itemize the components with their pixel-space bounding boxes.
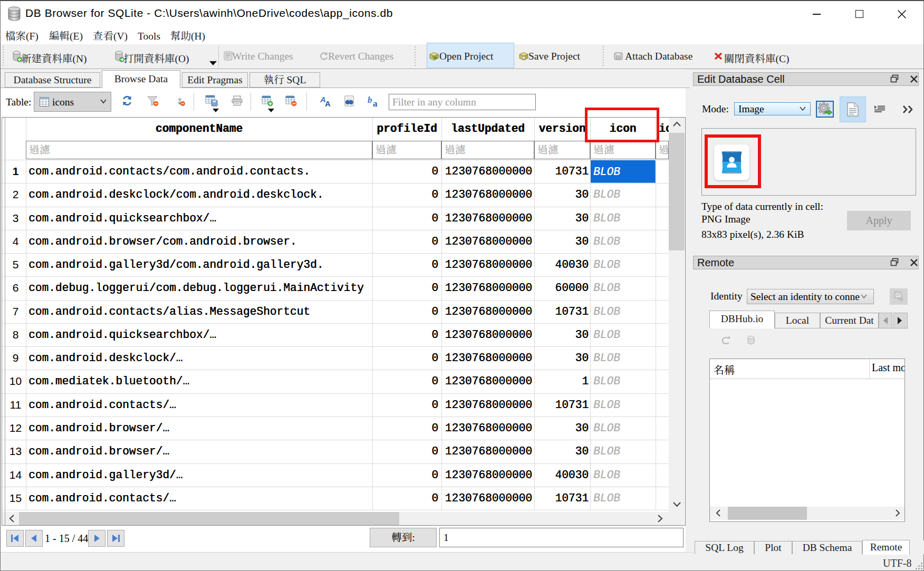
svg-text:A: A [325, 99, 331, 108]
svg-text:a: a [373, 99, 378, 109]
svg-text:b: b [368, 95, 372, 105]
